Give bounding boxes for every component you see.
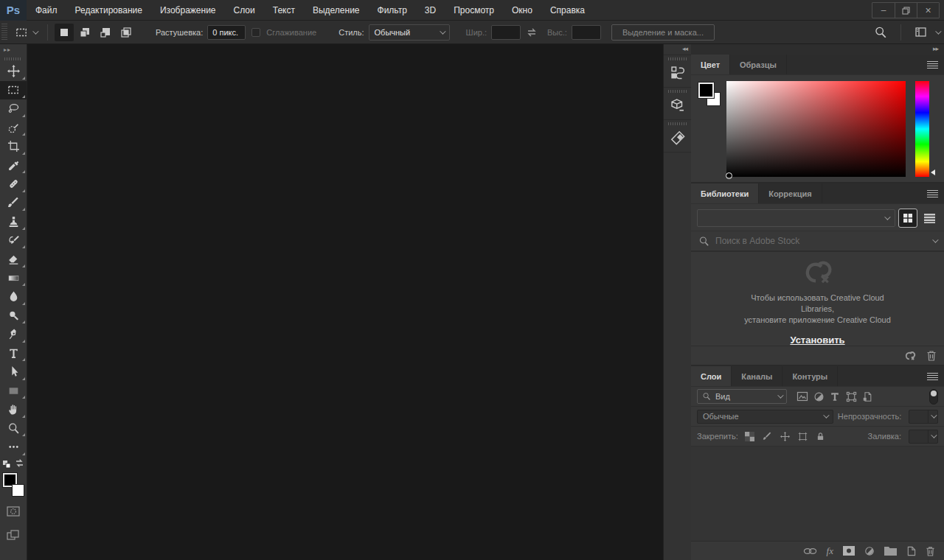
options-grip[interactable] — [1, 24, 7, 41]
rectangular-marquee-tool[interactable] — [0, 81, 27, 100]
menu-edit[interactable]: Редактирование — [66, 0, 151, 21]
panel-menu-icon[interactable] — [927, 190, 938, 197]
antialias-checkbox[interactable] — [251, 28, 260, 37]
zoom-tool[interactable] — [0, 419, 27, 438]
menu-file[interactable]: Файл — [27, 0, 66, 21]
filter-smart-objects-button[interactable] — [859, 389, 875, 404]
menu-help[interactable]: Справка — [541, 0, 594, 21]
spot-healing-brush-tool[interactable] — [0, 175, 27, 194]
lock-pixels-button[interactable] — [760, 430, 775, 443]
style-dropdown[interactable]: Обычный — [369, 24, 450, 41]
background-color-swatch[interactable] — [12, 484, 24, 497]
swap-colors-icon[interactable] — [15, 458, 24, 468]
adjustment-layer-icon[interactable] — [864, 546, 875, 556]
collapse-panels-button[interactable]: ▸▸ — [691, 44, 944, 55]
list-view-button[interactable] — [920, 209, 938, 227]
search-icon[interactable] — [874, 26, 887, 39]
grid-view-button[interactable] — [899, 209, 917, 227]
blend-mode-dropdown[interactable]: Обычные — [697, 410, 833, 424]
stock-search-input[interactable] — [715, 236, 926, 246]
screen-mode-button[interactable] — [0, 526, 27, 544]
delete-layer-icon[interactable] — [926, 546, 935, 556]
subtract-from-selection-mode-button[interactable] — [96, 24, 115, 41]
panel-menu-icon[interactable] — [927, 61, 938, 69]
foreground-color-swatch[interactable] — [698, 83, 714, 98]
menu-select[interactable]: Выделение — [304, 0, 369, 21]
dodge-tool[interactable] — [0, 307, 27, 326]
move-tool[interactable] — [0, 62, 27, 81]
tool-preset-picker[interactable] — [10, 26, 41, 39]
rectangle-tool[interactable] — [0, 382, 27, 401]
panel-menu-icon[interactable] — [927, 373, 938, 380]
menu-layers[interactable]: Слои — [225, 0, 264, 21]
layers-list[interactable] — [691, 447, 944, 541]
lock-all-button[interactable] — [813, 430, 828, 443]
close-button[interactable]: × — [917, 3, 939, 18]
menu-3d[interactable]: 3D — [416, 0, 445, 21]
comments-panel-button[interactable] — [664, 119, 691, 152]
canvas-area[interactable] — [27, 44, 663, 560]
menu-type[interactable]: Текст — [264, 0, 304, 21]
expand-panels-button[interactable]: ◂◂ — [664, 44, 691, 55]
filter-adjustment-layers-button[interactable] — [811, 389, 827, 404]
brush-tool[interactable] — [0, 194, 27, 213]
tab-paths[interactable]: Контуры — [782, 366, 838, 386]
intersect-selection-mode-button[interactable] — [117, 24, 136, 41]
menu-view[interactable]: Просмотр — [445, 0, 503, 21]
tab-adjustments[interactable]: Коррекция — [759, 183, 822, 203]
saturation-brightness-field[interactable] — [726, 81, 906, 177]
menu-image[interactable]: Изображение — [151, 0, 225, 21]
properties-panel-button[interactable] — [664, 87, 691, 119]
path-selection-tool[interactable] — [0, 363, 27, 382]
tab-color[interactable]: Цвет — [691, 55, 730, 74]
swap-dimensions-icon[interactable] — [525, 27, 538, 38]
clone-stamp-tool[interactable] — [0, 212, 27, 231]
quick-mask-button[interactable] — [0, 503, 27, 520]
height-input[interactable] — [572, 25, 601, 40]
opacity-value-box[interactable] — [909, 410, 938, 424]
new-layer-icon[interactable] — [906, 546, 916, 556]
toolbar-grip[interactable] — [4, 57, 22, 60]
library-select-dropdown[interactable] — [697, 209, 895, 227]
tab-channels[interactable]: Каналы — [732, 366, 782, 386]
restore-button[interactable] — [895, 3, 917, 18]
workspace-icon[interactable] — [914, 27, 928, 38]
hue-slider[interactable] — [915, 81, 929, 177]
history-panel-button[interactable] — [664, 55, 691, 87]
menu-window[interactable]: Окно — [503, 0, 541, 21]
hue-slider-handle[interactable] — [931, 169, 935, 175]
history-brush-tool[interactable] — [0, 231, 27, 251]
filter-type-layers-button[interactable] — [827, 389, 843, 404]
default-colors-icon[interactable] — [2, 460, 12, 469]
add-to-selection-mode-button[interactable] — [75, 24, 94, 41]
width-input[interactable] — [491, 25, 521, 40]
crop-tool[interactable] — [0, 137, 27, 156]
menu-filter[interactable]: Фильтр — [369, 0, 416, 21]
minimize-button[interactable]: – — [872, 3, 895, 18]
filter-pixel-layers-button[interactable] — [794, 389, 811, 404]
eraser-tool[interactable] — [0, 250, 27, 269]
new-group-icon[interactable] — [884, 546, 897, 556]
layer-filter-dropdown[interactable]: Вид — [697, 389, 787, 404]
lock-artboard-button[interactable] — [796, 430, 811, 443]
link-layers-icon[interactable] — [803, 547, 817, 556]
color-picker-handle[interactable] — [726, 172, 732, 179]
select-and-mask-button[interactable]: Выделение и маска... — [611, 24, 715, 41]
type-tool[interactable] — [0, 344, 27, 363]
new-selection-mode-button[interactable] — [55, 24, 74, 41]
install-link[interactable]: Установить — [790, 335, 844, 346]
tab-swatches[interactable]: Образцы — [730, 55, 787, 74]
tab-layers[interactable]: Слои — [691, 366, 732, 386]
chevron-down-icon[interactable] — [935, 28, 941, 34]
eyedropper-tool[interactable] — [0, 156, 27, 175]
collapse-toolbar-button[interactable]: ▸▸ — [0, 44, 27, 55]
blur-tool[interactable] — [0, 287, 27, 307]
edit-toolbar-button[interactable] — [0, 438, 27, 457]
gradient-tool[interactable] — [0, 269, 27, 288]
trash-icon[interactable] — [926, 350, 937, 361]
fill-value-box[interactable] — [909, 430, 938, 444]
hand-tool[interactable] — [0, 400, 27, 419]
lock-transparency-button[interactable] — [743, 430, 757, 443]
layer-mask-icon[interactable] — [843, 546, 855, 556]
layer-filtering-toggle[interactable] — [929, 389, 938, 405]
